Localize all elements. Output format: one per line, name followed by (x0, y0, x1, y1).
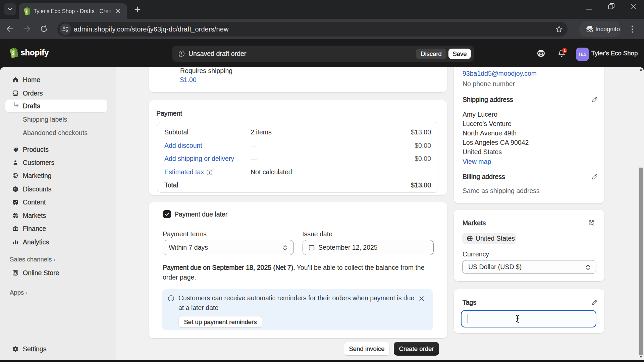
svg-text:$: $ (16, 215, 17, 218)
